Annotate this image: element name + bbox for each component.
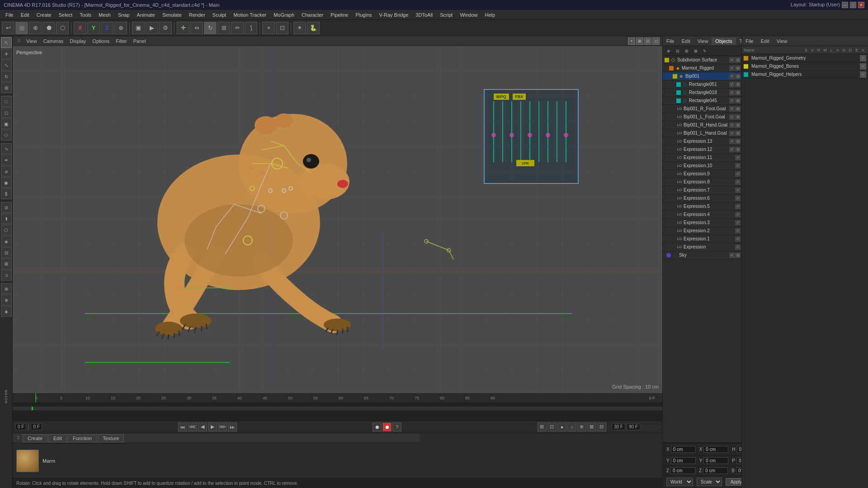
menu-character[interactable]: Character xyxy=(298,11,327,19)
playhead[interactable] xyxy=(32,407,33,410)
tab-texture[interactable]: Texture xyxy=(98,434,124,442)
axis-z[interactable]: Z xyxy=(101,22,113,34)
viewport-ctrl-4[interactable]: ◻ xyxy=(652,38,660,45)
br-item-geometry[interactable]: Marmot_Rigged_Geometry ✓ xyxy=(742,54,868,62)
tool-pen[interactable]: ✒ xyxy=(1,155,12,165)
tool-magnet[interactable]: ⌘ xyxy=(1,258,12,269)
tool-bridge[interactable]: ⊟ xyxy=(1,247,12,258)
tree-render-btn-10[interactable]: ◎ xyxy=(735,131,741,136)
tree-item-l-hand-goal[interactable]: LO Bip001_L_Hand.Goal ✓ ◎ xyxy=(663,129,741,137)
tree-item-expr1[interactable]: LO Expression.1 ✓ xyxy=(663,235,741,243)
tree-item-sky[interactable]: ○ Sky ✓ ◎ xyxy=(663,251,741,259)
timeline-options-1[interactable]: ⊞ xyxy=(538,422,547,432)
tree-vis-btn-13[interactable]: ✓ xyxy=(735,155,741,160)
axis-world[interactable]: ⊕ xyxy=(114,22,127,34)
menu-window[interactable]: Window xyxy=(456,11,481,19)
tool-rotate[interactable]: ↻ xyxy=(204,22,217,34)
menu-tools[interactable]: Tools xyxy=(76,11,95,19)
tree-vis-btn-9[interactable]: ✓ xyxy=(729,122,735,128)
tool-brush[interactable]: ⌀ xyxy=(1,166,12,177)
tool-loop-select[interactable]: ⬭ xyxy=(1,130,12,141)
end-frame-display[interactable]: 90 F xyxy=(627,423,640,430)
world-select[interactable]: World Object xyxy=(666,478,693,486)
tree-render-btn-8[interactable]: ◎ xyxy=(735,114,741,120)
menu-edit[interactable]: Edit xyxy=(17,11,33,19)
tree-render-btn-7[interactable]: ◎ xyxy=(735,106,741,112)
menu-sculpt[interactable]: Sculpt xyxy=(209,11,230,19)
mode-polys[interactable]: ⬡ xyxy=(56,22,69,34)
timeline-content[interactable] xyxy=(13,403,662,420)
br-helpers-action[interactable]: ✓ xyxy=(860,71,866,78)
tree-render-btn-9[interactable]: ◎ xyxy=(735,122,741,128)
menu-mesh[interactable]: Mesh xyxy=(95,11,114,19)
tab-edit[interactable]: Edit xyxy=(48,434,67,442)
tree-vis-btn-20[interactable]: ✓ xyxy=(735,212,741,217)
fps-display[interactable]: 30 F xyxy=(612,423,625,430)
tree-item-expr8[interactable]: LO Expression.8 ✓ xyxy=(663,178,741,186)
record-active-button[interactable]: ⏺ xyxy=(382,422,392,432)
obj-toolbar-btn-3[interactable]: ⊞ xyxy=(683,47,691,55)
obj-tab-view[interactable]: View xyxy=(694,38,712,45)
tool-obj-select[interactable]: □ xyxy=(1,96,12,107)
snap-enable[interactable]: ⌖ xyxy=(262,22,275,34)
tree-render-btn-2[interactable]: ◎ xyxy=(735,66,741,71)
tree-item-expr9[interactable]: LO Expression.9 ✓ xyxy=(663,170,741,178)
next-key-button[interactable]: ⋙ xyxy=(218,422,227,432)
tool-live-select[interactable]: ◻ xyxy=(1,107,12,118)
menu-script[interactable]: Script xyxy=(436,11,456,19)
tree-vis-btn-6[interactable]: ✓ xyxy=(729,98,735,103)
menu-help[interactable]: Help xyxy=(481,11,499,19)
axis-y[interactable]: Y xyxy=(87,22,100,34)
tree-vis-btn-25[interactable]: ✓ xyxy=(729,253,735,258)
br-geom-action[interactable]: ✓ xyxy=(860,55,866,61)
tree-item-expr10[interactable]: LO Expression.10 ✓ xyxy=(663,162,741,170)
obj-tab-edit[interactable]: Edit xyxy=(678,38,694,45)
second-tab-file[interactable]: File xyxy=(742,38,757,45)
scale-select[interactable]: Scale xyxy=(697,478,722,486)
play-back-button[interactable]: ◀ xyxy=(198,422,207,432)
br-item-bones[interactable]: Marmot_Rigged_Bones ✓ xyxy=(742,62,868,70)
tool-joint[interactable]: ◈ xyxy=(1,306,12,317)
current-frame-display[interactable]: 0 F xyxy=(15,423,26,430)
viewport-display-menu[interactable]: Display xyxy=(67,38,89,44)
timeline-options-4[interactable]: ○ xyxy=(567,422,576,432)
goto-end-button[interactable]: ⏭ xyxy=(228,422,237,432)
tab-create[interactable]: Create xyxy=(23,434,47,442)
viewport-ctrl-1[interactable]: + xyxy=(628,38,635,45)
tool-spline[interactable]: ∿ xyxy=(1,143,12,154)
frame-counter[interactable]: 0 F xyxy=(31,423,42,430)
timeline-options-5[interactable]: ⊕ xyxy=(577,422,586,432)
coord-x2-input[interactable] xyxy=(703,446,728,453)
coord-y-input[interactable] xyxy=(671,457,696,464)
menu-motion-tracker[interactable]: Motion Tracker xyxy=(230,11,270,19)
tree-vis-btn-16[interactable]: ✓ xyxy=(735,179,741,185)
viewport-view-menu[interactable]: View xyxy=(24,38,40,44)
obj-tab-tags[interactable]: Tags xyxy=(736,38,741,45)
tree-vis-btn-12[interactable]: ✓ xyxy=(729,147,735,152)
axis-x[interactable]: X xyxy=(74,22,86,34)
timeline-bar[interactable] xyxy=(13,407,662,410)
tool-rotate2[interactable]: ↻ xyxy=(1,71,12,82)
tree-render-btn-5[interactable]: ◎ xyxy=(735,90,741,95)
tool-move2[interactable]: ✛ xyxy=(1,48,12,59)
python[interactable]: 🐍 xyxy=(307,22,320,34)
undo-button[interactable]: ↩ xyxy=(2,22,14,34)
play-forward-button[interactable]: ▶ xyxy=(208,422,217,432)
menu-mograph[interactable]: MoGraph xyxy=(270,11,298,19)
timeline-options-2[interactable]: ⊡ xyxy=(547,422,557,432)
maximize-button[interactable]: □ xyxy=(850,2,856,8)
mode-edges[interactable]: ⬟ xyxy=(42,22,55,34)
tree-vis-btn-22[interactable]: ✓ xyxy=(735,228,741,234)
tree-vis-btn-11[interactable]: ✓ xyxy=(729,139,735,144)
menu-snap[interactable]: Snap xyxy=(114,11,133,19)
tree-vis-btn[interactable]: ✓ xyxy=(729,57,735,63)
tool-inner-extrude[interactable]: ⬡ xyxy=(1,225,12,235)
br-item-helpers[interactable]: Marmot_Rigged_Helpers ✓ xyxy=(742,70,868,79)
menu-plugins[interactable]: Plugins xyxy=(352,11,375,19)
render-settings[interactable]: ⚙ xyxy=(159,22,172,34)
coord-y2-input[interactable] xyxy=(703,457,728,464)
obj-toolbar-btn-1[interactable]: ⊕ xyxy=(665,47,673,55)
render-active[interactable]: ▶ xyxy=(146,22,158,34)
tree-item-expr6[interactable]: LO Expression.6 ✓ xyxy=(663,194,741,202)
tree-render-btn-11[interactable]: ◎ xyxy=(735,139,741,144)
